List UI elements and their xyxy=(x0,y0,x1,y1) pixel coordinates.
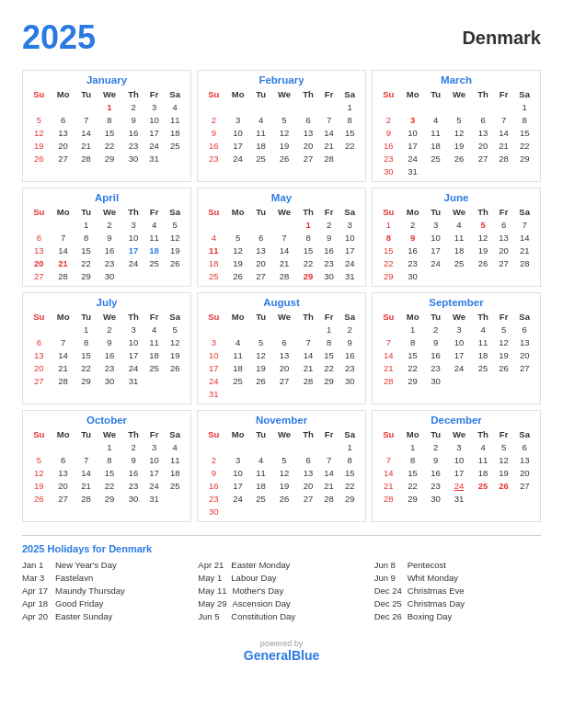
calendar-day: 21 xyxy=(319,479,339,492)
month-name: October xyxy=(28,415,186,426)
calendar-day: 8 xyxy=(76,336,97,348)
calendar-day: 27 xyxy=(297,492,319,505)
holiday-item: Dec 25Christmas Day xyxy=(374,598,541,609)
calendar-day: 21 xyxy=(377,479,400,492)
calendar-day: 14 xyxy=(494,126,513,139)
calendar-day: 26 xyxy=(494,479,513,492)
calendar-day: 24 xyxy=(446,361,473,374)
holiday-item: Mar 3Fastelavn xyxy=(22,573,189,583)
calendar-day: 20 xyxy=(472,139,494,152)
calendar-day xyxy=(28,323,51,336)
calendar-day: 21 xyxy=(51,361,76,374)
calendar-day: 18 xyxy=(164,126,186,139)
calendar-day: 6 xyxy=(51,453,76,466)
calendar-day: 6 xyxy=(51,113,76,126)
weekday-header: Tu xyxy=(76,206,97,218)
calendar-day xyxy=(76,440,97,453)
weekday-header: Th xyxy=(472,206,494,218)
calendar-day: 2 xyxy=(97,323,123,336)
calendar-day: 27 xyxy=(251,269,271,282)
calendar-day: 18 xyxy=(472,348,494,361)
calendar-day xyxy=(202,100,225,113)
calendar-day xyxy=(446,269,473,282)
holiday-item: Apr 17Maundy Thursday xyxy=(22,586,189,596)
calendar-day: 12 xyxy=(271,126,298,139)
month-name: August xyxy=(202,297,361,308)
calendar-day: 8 xyxy=(297,231,319,244)
calendar-day: 24 xyxy=(339,256,361,269)
calendar-day: 16 xyxy=(377,139,400,152)
weekday-header: Tu xyxy=(251,88,271,100)
calendar-day: 22 xyxy=(400,361,426,374)
month-name: November xyxy=(202,415,361,426)
weekday-header: We xyxy=(271,206,298,218)
weekday-header: Tu xyxy=(426,428,446,440)
weekday-header: Fr xyxy=(144,206,164,218)
calendar-day xyxy=(513,269,535,282)
calendar-day: 4 xyxy=(472,440,494,453)
calendar-day xyxy=(28,218,51,231)
calendar-day: 8 xyxy=(339,453,361,466)
calendar-day: 6 xyxy=(297,113,319,126)
calendar-day xyxy=(251,505,271,518)
calendar-day: 16 xyxy=(97,348,123,361)
calendar-day: 23 xyxy=(202,152,225,165)
calendar-day: 30 xyxy=(97,374,123,387)
weekday-header: We xyxy=(446,88,473,100)
calendar-day: 4 xyxy=(426,113,446,126)
weekday-header: Tu xyxy=(76,88,97,100)
holidays-title: 2025 Holidays for Denmark xyxy=(22,543,541,554)
holiday-item: Jun 8Pentecost xyxy=(374,560,541,570)
holiday-name: Easter Sunday xyxy=(55,611,112,621)
calendar-day xyxy=(319,387,339,400)
calendar-day: 9 xyxy=(319,231,339,244)
calendar-day xyxy=(494,100,513,113)
weekday-header: Th xyxy=(122,428,144,440)
calendar-day xyxy=(251,323,271,336)
calendar-day xyxy=(202,440,225,453)
calendar-day: 26 xyxy=(472,256,494,269)
weekday-header: Th xyxy=(472,311,494,323)
weekday-header: Su xyxy=(28,88,51,100)
calendar-day xyxy=(472,165,494,177)
calendar-day xyxy=(51,218,76,231)
weekday-header: We xyxy=(97,311,123,323)
calendar-day: 13 xyxy=(28,244,51,256)
weekday-header: Th xyxy=(297,88,319,100)
calendar-day: 16 xyxy=(202,139,225,152)
calendar-day: 4 xyxy=(164,100,186,113)
calendar-day: 20 xyxy=(513,466,535,479)
calendar-day: 27 xyxy=(513,479,535,492)
calendar-day: 10 xyxy=(426,231,446,244)
calendar-day: 18 xyxy=(144,244,164,256)
calendar-day: 10 xyxy=(202,348,225,361)
calendar-day: 25 xyxy=(164,139,186,152)
calendar-day xyxy=(472,374,494,387)
calendar-day: 29 xyxy=(76,374,97,387)
calendar-day: 14 xyxy=(297,348,319,361)
calendar-day: 14 xyxy=(51,348,76,361)
weekday-header: Tu xyxy=(251,311,271,323)
calendar-day: 31 xyxy=(122,374,144,387)
calendar-day: 15 xyxy=(319,348,339,361)
calendar-day xyxy=(202,218,225,231)
month-block-october: OctoberSuMoTuWeThFrSa1234567891011121314… xyxy=(22,410,191,522)
weekday-header: Fr xyxy=(319,428,339,440)
weekday-header: We xyxy=(97,88,123,100)
calendar-day: 9 xyxy=(97,336,123,348)
calendar-day: 21 xyxy=(76,479,97,492)
calendar-day: 24 xyxy=(144,479,164,492)
month-block-february: FebruarySuMoTuWeThFrSa123456789101112131… xyxy=(197,70,366,182)
calendar-day xyxy=(339,152,361,165)
calendar-day xyxy=(426,165,446,177)
calendar-day: 4 xyxy=(164,440,186,453)
calendar-day xyxy=(472,269,494,282)
calendar-day: 23 xyxy=(426,361,446,374)
holiday-name: Easter Monday xyxy=(231,560,290,570)
calendar-day: 22 xyxy=(400,479,426,492)
calendar-day: 20 xyxy=(297,139,319,152)
calendar-day xyxy=(297,323,319,336)
calendar-day: 19 xyxy=(494,348,513,361)
calendar-day: 5 xyxy=(251,336,271,348)
calendar-day: 31 xyxy=(339,269,361,282)
